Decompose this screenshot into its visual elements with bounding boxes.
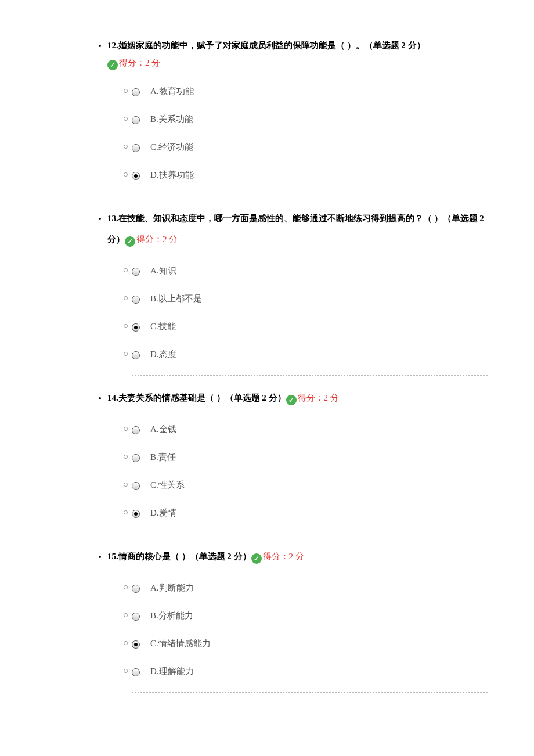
radio-button[interactable] [132,668,140,676]
question-stem: 婚姻家庭的功能中，赋予了对家庭成员利益的保障功能是（ ）。 [118,41,365,50]
score-label: 得分：2 分 [136,235,178,244]
list-bullet-icon [124,483,128,487]
option-label: D.态度 [150,350,176,359]
list-bullet-icon [124,352,128,356]
question-stem: 在技能、知识和态度中，哪一方面是感性的、能够通过不断地练习得到提高的？（ ） [118,214,443,223]
question-list: 12.婚姻家庭的功能中，赋予了对家庭成员利益的保障功能是（ ）。（单选题 2 分… [0,35,534,693]
list-bullet-icon [124,427,128,431]
option-label: C.经济功能 [150,142,193,152]
option-list: A.教育功能B.关系功能C.经济功能D.扶养功能 [107,84,488,182]
question-text: 13.在技能、知识和态度中，哪一方面是感性的、能够通过不断地练习得到提高的？（ … [107,208,488,250]
option-label: A.知识 [150,266,176,275]
radio-button[interactable] [132,116,140,124]
option-label: D.爱情 [150,508,176,517]
option-item[interactable]: C.经济功能 [132,140,488,154]
option-label: A.教育功能 [150,87,194,96]
radio-button[interactable] [132,613,140,621]
option-item[interactable]: C.技能 [132,319,488,333]
score-label: 得分：2 分 [119,58,160,67]
question-text: 15.情商的核心是（ ）（单选题 2 分）✓得分：2 分 [107,546,488,567]
option-item[interactable]: C.性关系 [132,478,488,492]
option-item[interactable]: D.爱情 [132,506,488,520]
list-bullet-icon [124,172,128,177]
question-number: 15. [107,552,118,561]
question-item: 14.夫妻关系的情感基础是（ ）（单选题 2 分）✓得分：2 分A.金钱B.责任… [107,387,534,534]
option-label: C.情绪情感能力 [150,639,211,648]
radio-button[interactable] [132,144,140,152]
option-item[interactable]: A.判断能力 [132,581,488,595]
list-bullet-icon [124,613,128,617]
radio-button[interactable] [132,426,140,434]
divider [132,196,488,196]
checkmark-icon: ✓ [107,60,118,70]
checkmark-icon: ✓ [286,395,297,405]
option-item[interactable]: D.态度 [132,347,488,361]
option-label: B.关系功能 [150,114,193,124]
divider [132,534,488,534]
option-item[interactable]: A.教育功能 [132,84,488,98]
option-list: A.知识B.以上都不是C.技能D.态度 [107,264,488,361]
option-label: C.性关系 [150,480,185,489]
radio-button[interactable] [132,640,140,649]
option-item[interactable]: B.以上都不是 [132,291,488,305]
option-label: B.以上都不是 [150,294,202,303]
option-item[interactable]: B.关系功能 [132,112,488,126]
question-number: 13. [107,214,118,223]
checkmark-icon: ✓ [125,236,135,247]
list-bullet-icon [124,669,128,673]
option-list: A.金钱B.责任C.性关系D.爱情 [107,422,488,520]
option-item[interactable]: D.扶养功能 [132,168,488,182]
question-stem: 情商的核心是（ ） [118,552,190,561]
list-bullet-icon [124,145,128,149]
radio-button[interactable] [132,323,140,332]
radio-button[interactable] [132,351,140,359]
option-item[interactable]: A.金钱 [132,422,488,436]
option-list: A.判断能力B.分析能力C.情绪情感能力D.理解能力 [107,581,488,678]
option-item[interactable]: D.理解能力 [132,664,488,678]
option-item[interactable]: A.知识 [132,264,488,278]
question-item: 15.情商的核心是（ ）（单选题 2 分）✓得分：2 分A.判断能力B.分析能力… [107,546,534,693]
list-bullet-icon [124,296,128,300]
option-label: B.分析能力 [150,611,193,620]
option-label: B.责任 [150,452,176,462]
option-label: A.金钱 [150,424,176,434]
divider [132,375,488,376]
list-bullet-icon [124,89,128,93]
question-number: 12. [107,41,118,50]
divider [132,692,488,693]
radio-button[interactable] [132,296,140,304]
option-item[interactable]: C.情绪情感能力 [132,636,488,650]
question-item: 12.婚姻家庭的功能中，赋予了对家庭成员利益的保障功能是（ ）。（单选题 2 分… [107,35,534,196]
list-bullet-icon [124,455,128,459]
question-number: 14. [107,393,118,402]
option-item[interactable]: B.责任 [132,450,488,464]
radio-button[interactable] [132,268,140,276]
option-label: D.扶养功能 [150,170,194,179]
radio-button[interactable] [132,454,140,462]
radio-button[interactable] [132,88,140,96]
question-stem: 夫妻关系的情感基础是（ ） [118,393,225,402]
list-bullet-icon [124,641,128,645]
option-label: C.技能 [150,322,176,331]
list-bullet-icon [124,585,128,589]
question-text: 14.夫妻关系的情感基础是（ ）（单选题 2 分）✓得分：2 分 [107,387,488,408]
list-bullet-icon [124,510,128,514]
radio-button[interactable] [132,510,140,518]
list-bullet-icon [124,117,128,121]
list-bullet-icon [124,324,128,328]
option-label: D.理解能力 [150,667,194,676]
question-type-label: （单选题 2 分） [190,552,251,561]
radio-button[interactable] [132,482,140,490]
score-label: 得分：2 分 [298,393,339,402]
list-bullet-icon [124,268,128,272]
option-item[interactable]: B.分析能力 [132,609,488,622]
option-label: A.判断能力 [150,583,194,592]
radio-button[interactable] [132,172,140,180]
question-type-label: （单选题 2 分） [225,393,286,402]
question-text: 12.婚姻家庭的功能中，赋予了对家庭成员利益的保障功能是（ ）。（单选题 2 分… [107,35,488,56]
checkmark-icon: ✓ [251,553,262,564]
radio-button[interactable] [132,585,140,593]
question-type-label: （单选题 2 分） [365,41,425,50]
question-item: 13.在技能、知识和态度中，哪一方面是感性的、能够通过不断地练习得到提高的？（ … [107,208,534,376]
score-label: 得分：2 分 [263,552,304,561]
